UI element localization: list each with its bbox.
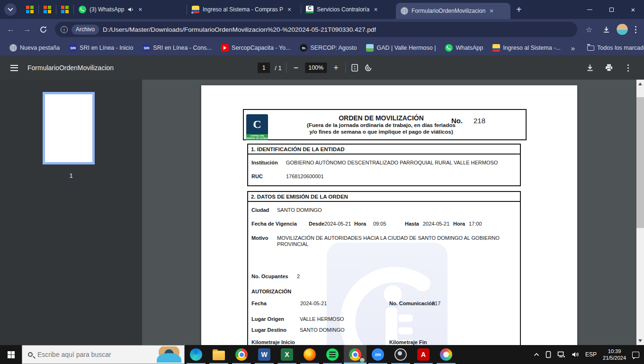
page-info-icon[interactable]: i [61,26,68,33]
taskbar-clock[interactable]: 10:39 21/5/2024 [603,348,626,361]
globe-icon [401,7,408,15]
youtube-icon [221,44,229,52]
bookmark-sri-consultas[interactable]: SRI SRI en Línea - Cons... [139,42,215,54]
cge-green-band [306,11,313,13]
rotate-button[interactable] [364,64,373,73]
excel-icon: X [281,348,293,361]
gad-icon [366,44,374,52]
pdf-download-button[interactable] [586,64,594,72]
bookmark-gad-valle-hermoso[interactable]: GAD | Valle Hermoso | [362,42,439,54]
tab-audio-icon[interactable] [127,6,134,13]
tab-formulario-active[interactable]: FormularioOrdenMovilizacion × [396,3,510,19]
pinned-tab-microsoft-2[interactable] [39,0,56,19]
zoom-in-button[interactable]: + [331,63,340,73]
close-button[interactable]: × [622,0,644,19]
maximize-button[interactable] [600,0,622,19]
tab-close-icon[interactable]: × [286,6,292,13]
bookmark-label: SRI en Línea - Inicio [80,45,133,51]
file-scheme-chip[interactable]: Archivo [72,25,99,35]
url-text[interactable]: D:/Users/Master/Downloads/FormularioOrde… [103,26,376,33]
bookmark-sri-inicio[interactable]: SRI SRI en Línea - Inicio [65,42,137,54]
network-icon[interactable] [557,351,565,358]
taskbar-spotify[interactable] [321,345,344,364]
reload-button[interactable] [36,22,50,36]
tab-close-icon[interactable]: × [489,8,494,14]
ciudad-label: Ciudad [251,207,269,213]
pdf-viewer[interactable]: C CONTRALORÍA GENERAL DEL ESTADO ORDEN D… [142,80,636,345]
tab-ingreso-al-sistema[interactable]: Ingreso al Sistema - Compras P × [187,0,301,19]
bookmark-whatsapp[interactable]: WhatsApp [441,42,487,54]
address-bar[interactable]: i Archivo D:/Users/Master/Downloads/Form… [55,22,577,37]
taskbar-firefox[interactable] [298,345,321,364]
taskbar-search-box[interactable] [22,345,185,364]
zoom-app-icon: zm [372,348,384,361]
bookmark-ingreso-sistema[interactable]: Ingreso al Sistema -... [489,42,564,54]
tab-label: (3) WhatsApp [89,6,124,13]
minimize-button[interactable] [579,0,600,19]
pdf-menu-button[interactable] [0,65,27,71]
page-number-input[interactable]: 1 [258,63,270,73]
bookmark-label: SercopCapacita - Yo... [232,45,290,51]
downloads-button[interactable] [599,22,613,36]
new-tab-button[interactable]: + [510,4,528,15]
taskbar-edge[interactable] [185,345,207,364]
start-button[interactable] [0,345,22,364]
tab-close-icon[interactable]: × [137,6,143,13]
vertical-scrollbar[interactable] [636,80,644,345]
comunicacion-value: 217 [432,300,440,306]
bookmark-star-icon[interactable]: ☆ [582,22,596,36]
volume-icon[interactable] [572,351,579,358]
taskbar-paint[interactable] [435,345,457,364]
section2-title: 2. DATOS DE EMISIÓN DE LA ORDEN [248,192,520,202]
tab-search-button[interactable] [4,3,17,16]
tab-whatsapp[interactable]: (3) WhatsApp × [74,0,187,19]
bookmark-sercopcapacita[interactable]: SercopCapacita - Yo... [217,42,294,54]
sri-icon: SRI [69,44,77,52]
scroll-up-arrow[interactable] [638,82,642,85]
your-phone-icon[interactable] [546,351,551,358]
fit-to-page-button[interactable] [350,64,359,72]
action-center-icon[interactable] [632,352,639,358]
page-thumbnail[interactable] [43,92,95,164]
comunicacion-label: No. Comunicación [389,300,435,306]
tab-label: Ingreso al Sistema - Compras P [203,6,283,13]
windows-taskbar: W X zm A ESP 10:39 21/5/2024 [0,345,644,364]
tray-chevron-icon[interactable] [534,353,539,356]
taskbar-zoom[interactable]: zm [367,345,389,364]
pinned-tab-microsoft-1[interactable] [21,0,38,19]
taskbar-acrobat[interactable]: A [412,345,435,364]
tab-servicios-contraloria[interactable]: C Servicios Contraloría × [301,0,396,19]
zoom-level-input[interactable]: 100% [305,63,327,73]
bookmark-nueva-pestana[interactable]: Nueva pestaña [6,42,63,54]
bookmark-sercop-agosto[interactable]: fn SERCOP: Agosto [296,42,360,54]
hasta-label: Hasta [405,221,419,227]
taskbar-chrome[interactable] [230,345,253,364]
browser-menu-button[interactable] [631,26,640,33]
taskbar-file-explorer[interactable] [207,345,230,364]
pdf-print-button[interactable] [605,64,613,72]
back-button[interactable]: ← [4,22,18,36]
motivo-value: MOVILIZACIÓN DE AUTORIDADES HACIA LA CIU… [277,235,500,247]
section1-title: 1. IDENTIFICACIÓN DE LA ENTIDAD [248,145,520,155]
taskbar-chrome-active[interactable] [344,345,367,364]
scroll-down-arrow[interactable] [638,339,642,342]
pdf-more-options-button[interactable] [624,64,633,72]
profile-avatar[interactable] [616,23,628,36]
sri-icon: SRI [143,44,150,52]
language-indicator[interactable]: ESP [585,351,597,358]
fn-icon: fn [300,44,307,52]
taskbar-excel[interactable]: X [276,345,298,364]
taskbar-word[interactable]: W [253,345,276,364]
search-highlight-image[interactable] [155,346,183,363]
document-header-box: C CONTRALORÍA GENERAL DEL ESTADO ORDEN D… [243,109,527,140]
taskbar-obs[interactable] [389,345,412,364]
pinned-tab-microsoft-3[interactable] [56,0,73,19]
tab-close-icon[interactable]: × [373,6,378,13]
search-input[interactable] [37,351,137,358]
zoom-out-button[interactable]: − [292,63,301,73]
doc-number-value: 218 [474,117,485,125]
scrollbar-thumb[interactable] [636,97,644,228]
forward-button[interactable]: → [20,22,34,36]
all-bookmarks-button[interactable]: Todos los marcadores [583,43,644,53]
bookmarks-overflow-button[interactable]: » [566,44,580,52]
